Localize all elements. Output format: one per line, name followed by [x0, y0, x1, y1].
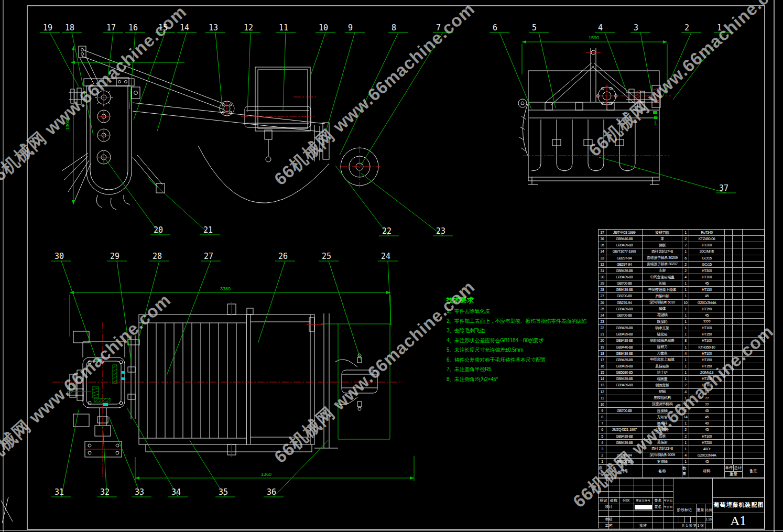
bom-cell: 17	[599, 357, 606, 363]
callout-number-18: 18	[65, 24, 74, 32]
bom-cell	[725, 389, 733, 395]
bom-cell: 1	[682, 331, 689, 337]
bom-row: 5GB9439-88压板2HT100	[599, 433, 764, 439]
bom-cell: GB9439-88	[606, 274, 643, 280]
technical-requirement-item: 3、去除毛刺飞边	[447, 326, 593, 336]
bom-row: 17GB9439-88中间齿轮上箱体1HT150	[599, 356, 764, 363]
bom-cell: GB9439-88	[606, 376, 643, 382]
bom-cell: HT100	[689, 382, 725, 388]
bom-cell: HT150	[689, 363, 725, 369]
header-name: 名称	[643, 465, 682, 477]
bom-cell	[606, 414, 643, 420]
bom-row: 1GB700-88支撑轴145	[599, 458, 764, 464]
bom-row: 32GB297-94圆锥滚子轴承 302072GCr15	[599, 261, 764, 267]
bom-cell: GB9439-88	[606, 351, 643, 356]
bom-cell: HT300	[689, 268, 725, 274]
callout-number-15: 15	[158, 24, 168, 32]
bom-cell: HT150	[689, 306, 725, 312]
bom-cell	[725, 351, 733, 356]
bom-cell	[725, 382, 733, 388]
bom-cell	[725, 370, 733, 375]
bom-cell	[743, 420, 764, 426]
callout-number-33: 33	[135, 488, 144, 496]
bom-cell: HT150	[689, 331, 725, 337]
callout-number-3: 3	[634, 24, 638, 32]
bom-cell	[725, 427, 733, 432]
bom-cell	[743, 293, 764, 299]
bom-cell: 2	[682, 268, 689, 274]
bom-cell: 旋耕刀辊	[643, 230, 682, 235]
label-review: 审核	[599, 516, 619, 523]
bom-cell	[743, 414, 764, 420]
bom-cell: 链轮箱	[643, 331, 682, 337]
bom-cell	[743, 459, 764, 464]
bom-cell	[606, 446, 643, 452]
bom-cell	[743, 280, 764, 286]
bom-cell	[725, 433, 733, 439]
bom-cell: 4	[682, 351, 689, 356]
bom-cell	[725, 268, 733, 274]
bom-cell	[733, 363, 743, 369]
label-weight: 重量	[696, 504, 705, 516]
bom-cell: 圆锥滚子轴承 30207	[643, 262, 682, 267]
label-scale: 比例	[705, 504, 712, 516]
bom-cell: 33	[599, 255, 606, 261]
bom-cell	[733, 338, 743, 343]
callout-number-21: 21	[203, 226, 213, 234]
technical-requirement-item: 4、未注形状公差应符合GB1184—80的要求	[447, 336, 593, 346]
bom-cell	[733, 452, 743, 458]
bom-cell	[725, 459, 733, 464]
bom-cell: HT150	[689, 357, 725, 363]
bom-cell: HT250	[689, 440, 725, 446]
bom-cell: GB9439-88	[606, 363, 643, 369]
bom-cell: 旋耕刀	[643, 344, 682, 350]
bom-cell	[725, 312, 733, 318]
bom-cell	[733, 236, 743, 242]
drawing-title: 葡萄埋藤机装配图	[712, 497, 765, 513]
technical-requirement-item: 2、零件加工表面上，不应有划痕、擦伤等损伤零件表面的缺陷	[447, 317, 593, 327]
bom-cell	[725, 280, 733, 286]
callout-number-4: 4	[598, 24, 603, 32]
bom-cell	[733, 420, 743, 426]
bom-cell	[743, 363, 764, 369]
bom-cell: GB9439-88	[606, 338, 643, 343]
bom-cell	[725, 248, 733, 254]
bom-cell: 1	[682, 287, 689, 292]
bom-cell: 1	[682, 370, 689, 375]
bom-cell: 深沟球轴承 6009	[643, 452, 682, 458]
bom-cell: 45	[689, 414, 725, 420]
bom-cell: 1	[682, 459, 689, 464]
bom-cell: 27	[599, 293, 606, 299]
bom-row: 2GB276-94深沟球轴承 60094G20Cr2Ni4A	[599, 452, 764, 458]
bom-cell	[743, 242, 764, 248]
callout-number-37: 37	[719, 184, 728, 192]
bom-cell: GCr15	[689, 255, 725, 261]
bom-cell: 1	[682, 420, 689, 426]
bom-cell: 6	[599, 427, 606, 432]
bom-cell: GB276-94	[606, 300, 643, 306]
callout-number-24: 24	[381, 253, 390, 260]
bom-cell	[725, 306, 733, 312]
bom-cell	[725, 344, 733, 350]
bom-cell: GB9439-88	[606, 268, 643, 274]
bom-cell	[606, 389, 643, 395]
bom-row: 8方矩管1445	[599, 414, 764, 420]
bom-cell	[725, 255, 733, 261]
bom-row: 12销轴415	[599, 388, 764, 395]
bom-cell: 压板	[643, 433, 682, 439]
bom-cell	[733, 230, 743, 235]
bom-cell	[733, 433, 743, 439]
bom-cell: 34	[599, 248, 606, 254]
bom-cell	[743, 319, 764, 324]
bom-row: 3圆柱齿轮23×8140Cr	[599, 446, 764, 452]
bom-cell	[725, 452, 733, 458]
label-count: 处数	[608, 497, 619, 504]
bom-cell: 1	[682, 440, 689, 446]
bom-cell	[743, 389, 764, 395]
bom-cell	[733, 312, 743, 318]
bom-cell	[743, 401, 764, 407]
parts-list-rows: 37JB/T4403-1999旋耕刀辊1RuT34036GB9440-88罩2K…	[598, 229, 765, 465]
callout-number-9: 9	[348, 24, 353, 32]
bom-cell: 13	[599, 382, 606, 388]
callout-number-23: 23	[436, 227, 445, 235]
